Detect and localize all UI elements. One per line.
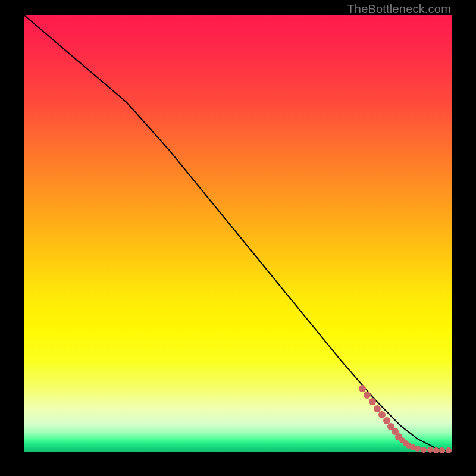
scatter-point [364, 392, 371, 399]
scatter-point [446, 447, 452, 453]
scatter-point [369, 398, 376, 405]
scatter-point [421, 447, 427, 453]
points-layer [24, 15, 452, 452]
plot-area [24, 15, 452, 452]
attribution-label: TheBottleneck.com [347, 2, 451, 16]
scatter-point [439, 447, 445, 453]
scatter-point [427, 447, 433, 453]
scatter-point [359, 385, 366, 392]
scatter-point [433, 447, 439, 453]
chart-frame: TheBottleneck.com [0, 0, 476, 476]
